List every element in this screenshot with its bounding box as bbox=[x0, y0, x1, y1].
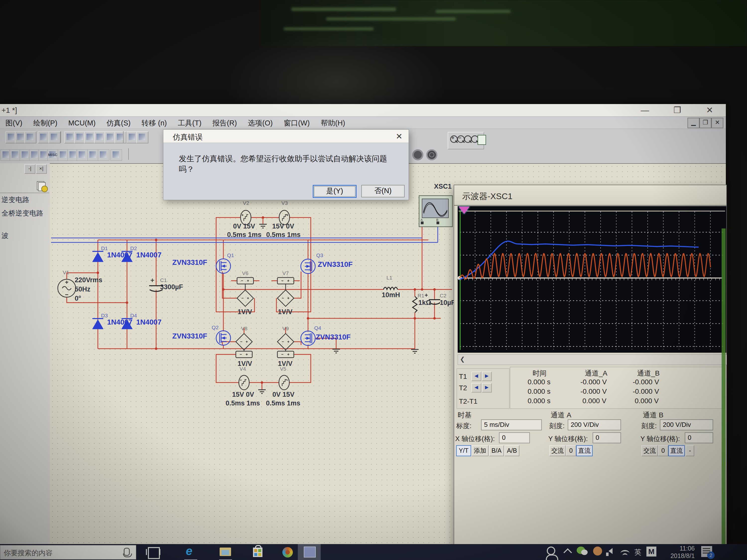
component-label: V8 bbox=[241, 325, 248, 331]
component-label: 0.5ms 1ms bbox=[226, 399, 260, 407]
child-close-button[interactable]: ✕ bbox=[712, 118, 723, 128]
timebase-scale-input[interactable]: 5 ms/Div bbox=[481, 419, 542, 430]
oscilloscope-title: 示波器-XSC1 bbox=[462, 191, 512, 202]
scope-scroll-left-icon[interactable]: ❮ bbox=[460, 356, 465, 363]
menu-item[interactable]: 绘制(P) bbox=[28, 117, 63, 130]
t2-left-arrow-button[interactable]: ◄ bbox=[471, 383, 481, 393]
channel-b-dc-button[interactable]: 直流 bbox=[668, 445, 685, 456]
ab-mode-button[interactable]: A/B bbox=[505, 445, 519, 456]
capture-icon[interactable] bbox=[136, 131, 148, 143]
wifi-icon[interactable] bbox=[620, 550, 629, 556]
component-label: XSC1 bbox=[434, 183, 452, 190]
dialog-message: 发生了仿真错误。您希望运行收敛助手以尝试自动解决该问题吗？ bbox=[179, 154, 398, 175]
channel-b-scale-input[interactable]: 200 V/Div bbox=[660, 419, 713, 430]
yes-button[interactable]: 是(Y) bbox=[313, 185, 357, 198]
component-label: 0.5ms 1ms bbox=[266, 399, 300, 407]
task-view-button[interactable] bbox=[145, 545, 162, 559]
opamp-family-icon[interactable] bbox=[77, 149, 88, 161]
design-toolbox-item[interactable]: 逆变电路 bbox=[1, 195, 29, 205]
panel-close-button[interactable]: ×| bbox=[36, 164, 47, 174]
convergence-assistant-icon[interactable] bbox=[412, 149, 423, 160]
child-restore-button[interactable]: ❐ bbox=[699, 118, 712, 128]
channel-a-zero-button[interactable]: 0 bbox=[566, 445, 576, 456]
tray-expand-chevron-icon[interactable] bbox=[564, 548, 572, 557]
channel-a-dc-button[interactable]: 直流 bbox=[576, 445, 593, 456]
t1-time: 0.000 s bbox=[527, 378, 550, 386]
menu-item[interactable]: 仿真(S) bbox=[101, 117, 136, 130]
component-label: ZVN3310F bbox=[172, 332, 207, 340]
taskbar-search-box[interactable]: 你要搜索的内容 bbox=[0, 545, 136, 560]
design-toolbox-item[interactable]: 波 bbox=[1, 231, 8, 240]
oscilloscope-title-bar[interactable]: 示波器-XSC1 bbox=[454, 185, 726, 206]
channel-b-ac-button[interactable]: 交流 bbox=[641, 445, 658, 456]
zoom-in-icon[interactable]: + bbox=[450, 135, 458, 143]
panel-minimize-button[interactable]: -| bbox=[24, 164, 35, 174]
menu-item[interactable]: 图(V) bbox=[0, 117, 28, 130]
multisim-taskbar-button-active[interactable] bbox=[298, 544, 321, 560]
component-label: Q2 bbox=[212, 324, 218, 330]
svg-text:A: A bbox=[420, 218, 423, 222]
connector-family-icon[interactable] bbox=[98, 149, 109, 161]
notification-center-icon[interactable]: 2 bbox=[701, 546, 712, 557]
t1-right-arrow-button[interactable]: ► bbox=[482, 372, 492, 381]
component-label: 1V/V bbox=[237, 308, 252, 316]
add-mode-button[interactable]: 添加 bbox=[472, 445, 489, 456]
component-label: D1 bbox=[101, 245, 108, 251]
undo-icon[interactable] bbox=[38, 131, 50, 143]
channel-a-scale-input[interactable]: 200 V/Div bbox=[568, 419, 621, 430]
app-tray-icon[interactable] bbox=[593, 546, 602, 556]
channel-a-ypos-label: Y 轴位移(格): bbox=[548, 434, 588, 443]
file-explorer-icon[interactable] bbox=[216, 545, 235, 559]
report-icon[interactable] bbox=[478, 135, 486, 145]
user-silhouette-icon[interactable] bbox=[547, 546, 555, 555]
ba-mode-button[interactable]: B/A bbox=[489, 445, 504, 456]
t2-cha: -0.000 V bbox=[581, 388, 607, 396]
menu-item[interactable]: 转移 (n) bbox=[136, 117, 173, 130]
restore-button[interactable]: ❐ bbox=[666, 105, 689, 115]
misc-digital-family-icon[interactable] bbox=[87, 149, 99, 161]
camera-flash-glare bbox=[224, 30, 448, 134]
t1-left-arrow-button[interactable]: ◄ bbox=[471, 372, 481, 381]
channel-b-zero-button[interactable]: 0 bbox=[658, 445, 668, 456]
simulation-settings-gear-icon[interactable] bbox=[426, 149, 437, 160]
edge-browser-icon[interactable]: e bbox=[182, 545, 200, 559]
close-button[interactable]: ✕ bbox=[698, 105, 721, 115]
channel-a-ypos-input[interactable]: 0 bbox=[593, 432, 621, 443]
paste-icon[interactable] bbox=[24, 131, 36, 143]
taskbar-clock[interactable]: 11:06 2018/8/1 bbox=[652, 544, 695, 560]
timebase-xpos-label: X 轴位移(格): bbox=[455, 434, 495, 443]
chrome-browser-icon[interactable] bbox=[279, 545, 297, 559]
timebase-xpos-input[interactable]: 0 bbox=[499, 432, 530, 443]
zoom-out-icon[interactable]: − bbox=[457, 135, 465, 143]
misc-family-icon[interactable]: MISC bbox=[47, 149, 59, 161]
component-label: ZVN3310F bbox=[172, 258, 207, 267]
minimize-button[interactable]: — bbox=[634, 105, 656, 115]
component-label: V7 bbox=[282, 270, 289, 276]
menu-item[interactable]: MCU(M) bbox=[63, 117, 101, 129]
channel-b-ypos-input[interactable]: 0 bbox=[685, 432, 713, 443]
t2-right-arrow-button[interactable]: ► bbox=[482, 383, 492, 393]
zoom-area-icon[interactable] bbox=[464, 135, 472, 143]
speaker-icon[interactable] bbox=[609, 548, 613, 554]
timebase-scale-label: 标度: bbox=[456, 421, 472, 430]
channel-b-extra-button[interactable]: - bbox=[686, 445, 694, 456]
no-button[interactable]: 否(N) bbox=[361, 185, 405, 197]
trigger-marker-icon[interactable] bbox=[459, 207, 470, 214]
menu-item[interactable]: 工具(T) bbox=[172, 117, 207, 130]
mcu-family-icon[interactable] bbox=[110, 149, 122, 161]
clock-time: 11:06 bbox=[652, 544, 695, 552]
language-indicator[interactable]: 英 bbox=[635, 548, 641, 557]
channel-a-ac-button[interactable]: 交流 bbox=[549, 445, 566, 456]
col-time: 时间 bbox=[533, 369, 546, 378]
design-toolbox-item[interactable]: 全桥逆变电路 bbox=[1, 209, 43, 218]
hierarchy-icon[interactable] bbox=[114, 131, 127, 143]
redo-icon[interactable] bbox=[49, 131, 60, 143]
microsoft-store-icon[interactable] bbox=[249, 545, 267, 559]
wechat-tray-icon[interactable] bbox=[577, 546, 585, 554]
child-minimize-button[interactable]: ▁ bbox=[688, 118, 699, 128]
oscilloscope-scrollbar[interactable]: ❮ bbox=[458, 354, 727, 365]
component-label: 1N4007 bbox=[136, 251, 162, 259]
microphone-icon[interactable] bbox=[124, 548, 130, 556]
grapher-icon[interactable] bbox=[94, 131, 106, 143]
yt-mode-button[interactable]: Y/T bbox=[456, 445, 471, 456]
